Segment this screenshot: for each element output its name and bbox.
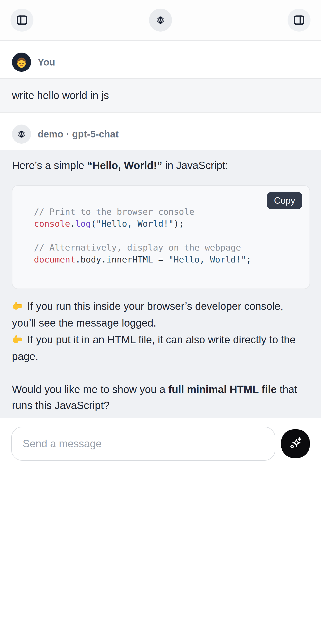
code-block: Copy // Print to the browser consolecons… [12,185,310,289]
assistant-sender-label: demo · gpt-5-chat [38,129,119,140]
message-input[interactable] [11,427,275,461]
user-sender-label: You [38,57,55,68]
code-line: document.body.innerHTML = "Hello, World!… [34,254,300,266]
user-avatar [12,52,31,72]
panel-right-icon [293,14,305,26]
assistant-avatar [12,124,31,144]
user-message-text: write hello world in js [12,90,309,101]
sparkles-icon [288,436,303,451]
composer-bar [0,418,321,469]
assistant-message-header: demo · gpt-5-chat [0,112,321,150]
starburst-icon [155,14,166,26]
user-message: You write hello world in js [0,41,321,112]
person-emoji-icon [12,52,31,72]
chat-app: You write hello world in js demo · gpt-5… [0,0,321,644]
top-bar [0,0,321,41]
copy-button[interactable]: Copy [267,192,302,209]
assistant-message: demo · gpt-5-chat Here’s a simple “Hello… [0,112,321,418]
assistant-followup-text: Would you like me to show you a full min… [12,381,310,413]
sidebar-toggle-button[interactable] [10,8,33,32]
assistant-notes-text: If you run this inside your browser’s de… [12,298,310,365]
panel-right-button[interactable] [288,8,311,32]
user-message-bubble: write hello world in js [0,78,321,112]
code-line: console.log("Hello, World!"); [34,218,300,230]
assistant-intro-text: Here’s a simple “Hello, World!” in JavaS… [12,157,310,173]
send-button[interactable] [281,429,310,458]
point-right-emoji [12,334,23,345]
model-avatar-badge[interactable] [149,8,172,32]
point-right-emoji [12,300,23,312]
code-line [34,230,300,242]
assistant-message-body: Here’s a simple “Hello, World!” in JavaS… [0,150,321,418]
chat-scroll-area[interactable]: You write hello world in js demo · gpt-5… [0,41,321,418]
panel-left-icon [16,14,28,26]
user-message-header: You [0,41,321,78]
starburst-icon [16,128,27,140]
code-line: // Alternatively, display on the webpage [34,242,300,254]
code-line: // Print to the browser console [34,206,300,218]
code-content: // Print to the browser consoleconsole.l… [34,206,300,266]
